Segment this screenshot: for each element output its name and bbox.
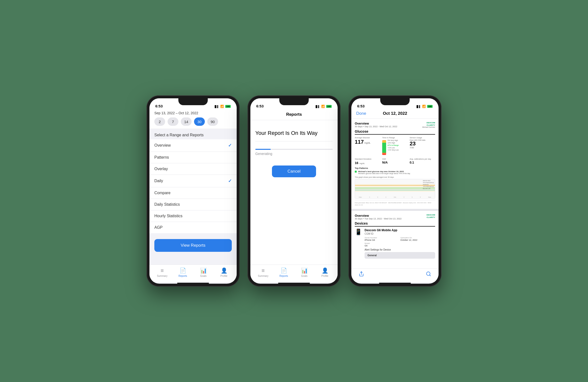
done-button[interactable]: Done [356, 111, 366, 116]
signal-icon-1: ▐▌▌ [214, 105, 219, 108]
report-item-compare[interactable]: Compare [149, 187, 237, 199]
overview-2-left: Overview 30 days • Tue Sep 13, 2022 - We… [355, 214, 401, 220]
graph-caption: This graph shows your data averaged over… [355, 176, 435, 178]
svg-line-2 [429, 275, 430, 276]
tir-low-label: +1% Low [388, 147, 399, 149]
tir-low-segment [382, 153, 386, 155]
battery-1: 100 [225, 105, 231, 108]
report-label-overview: Overview [154, 143, 171, 148]
avg-cal-stat: Avg. calibrations per day 0.1 [410, 158, 435, 165]
goals-icon-2: 📊 [301, 268, 308, 274]
reports-label-1: Reports [178, 275, 187, 277]
check-overview: ✓ [228, 143, 232, 148]
tir-high-segment [382, 141, 386, 143]
tir-labels: 5% Very High 22% High 67% In Range +1% L… [388, 139, 399, 151]
day-btn-90[interactable]: 90 [207, 117, 218, 126]
report-item-patterns[interactable]: Patterns [149, 152, 237, 163]
tab-reports-1[interactable]: 📄 Reports [175, 268, 190, 277]
uploaded-col: Uploaded On October 12, 2022 [400, 237, 435, 241]
tab-summary-1[interactable]: ≡ Summary [155, 268, 169, 277]
x-label-12am: 12am [359, 196, 362, 198]
tir-very-low-label: +1% Very Low [388, 149, 399, 151]
glucose-stats-grid: Average Glucose 117 mg/dL Time in Range [355, 136, 435, 156]
report-item-overlay[interactable]: Overlay [149, 163, 237, 175]
tab-reports-2[interactable]: 📄 Reports [276, 268, 291, 277]
sensor-usage-label: Sensor Usage [410, 136, 435, 139]
patient-name-1: Michael Kummer [422, 126, 435, 128]
p1-header: Sep 13, 2022 – Oct 12, 2022 2 7 14 30 90 [149, 109, 237, 129]
report-item-agp[interactable]: AGP [149, 222, 237, 233]
report-page-2-header: Overview 30 days • Tue Sep 13, 2022 - We… [355, 214, 435, 220]
legend-avg: AVERAGE [423, 184, 434, 186]
x-label-3: 3 [369, 196, 370, 198]
summary-icon-2: ≡ [262, 268, 265, 274]
progress-bar-fill [255, 149, 271, 150]
day-btn-14[interactable]: 14 [181, 117, 191, 126]
dexcom-logo-2: DEXCOMCLARITY [426, 214, 435, 219]
reports-label-2: Reports [279, 275, 288, 277]
avg-glucose-stat: Average Glucose 117 mg/dL [355, 136, 380, 156]
std-dev-stat: Standard Deviation 16 mg/dL [355, 158, 380, 165]
notch-3 [380, 98, 410, 105]
gmi-label: GMI [382, 158, 408, 160]
general-box: General [365, 252, 435, 259]
home-indicator-1 [177, 283, 209, 284]
time-in-range-stat: Time in Range 5% Very [382, 136, 408, 156]
battery-3: 100 [427, 105, 433, 108]
device-details: Dexcom G6 Mobile App CGM ID Serial Numbe… [365, 228, 435, 259]
serial-val: iPhone G6 [365, 239, 399, 241]
p3-bottom-bar [351, 269, 439, 282]
summary-icon-1: ≡ [161, 268, 164, 274]
overview-sub-date-2: 30 days • Tue Sep 13, 2022 - Wed Oct 13,… [355, 218, 401, 220]
tab-goals-1[interactable]: 📊 Goals [196, 268, 211, 277]
report-label-overlay: Overlay [154, 167, 168, 171]
devices-section-title: Devices [355, 221, 435, 226]
legend-5th: +5TH PERCENTILE [423, 186, 434, 188]
phone-1-screen: 6:53 ▐▌▌ 📶 100 Sep 13, 2022 – Oct 12, 20… [149, 98, 237, 284]
report-item-daily[interactable]: Daily ✓ [149, 175, 237, 187]
wifi-icon-1: 📶 [220, 105, 224, 108]
tab-profile-1[interactable]: 👤 Profile [217, 268, 231, 277]
tab-summary-2[interactable]: ≡ Summary [256, 268, 271, 277]
report-label-hourly-stats: Hourly Statistics [154, 214, 183, 218]
serial-label: Serial Number [365, 237, 399, 239]
wifi-icon-3: 📶 [422, 105, 426, 108]
tab-profile-2[interactable]: 👤 Profile [317, 268, 332, 277]
report-item-hourly-stats[interactable]: Hourly Statistics [149, 210, 237, 222]
report-item-daily-stats[interactable]: Daily Statistics [149, 199, 237, 210]
status-time-2: 6:53 [256, 104, 264, 108]
gmi-stat: GMI N/A [382, 158, 408, 165]
status-time-3: 6:53 [357, 104, 365, 108]
tir-in-range-label: 67% In Range [388, 144, 399, 147]
report-item-overview[interactable]: Overview ✓ [149, 139, 237, 152]
sensor-usage-val: 23 [410, 141, 435, 146]
legend-below-low: BELOW LOW [423, 188, 434, 190]
profile-icon-1: 👤 [221, 268, 227, 274]
tab-goals-2[interactable]: 📊 Goals [297, 268, 312, 277]
goals-label-2: Goals [301, 275, 308, 277]
report-label-agp: AGP [154, 225, 163, 230]
day-btn-2[interactable]: 2 [154, 117, 165, 126]
overview-header-left: Overview 30 days • Sep 13, 2022 - Wed Oc… [355, 122, 397, 128]
share-button[interactable] [359, 271, 364, 278]
reports-icon-2: 📄 [280, 268, 287, 274]
cancel-button[interactable]: Cancel [272, 165, 316, 177]
view-reports-button[interactable]: View Reports [154, 239, 232, 252]
x-label-6b: 6 [412, 196, 413, 198]
day-btn-7[interactable]: 7 [168, 117, 178, 126]
device-name: Dexcom G6 Mobile App [365, 228, 435, 232]
section-header: Select a Range and Reports [149, 129, 237, 139]
std-dev-label: Standard Deviation [355, 158, 380, 160]
sending-title: Your Report Is On Its Way [255, 130, 333, 141]
glucose-row2: Standard Deviation 16 mg/dL GMI N/A Avg.… [355, 158, 435, 165]
std-dev-unit: mg/dL [359, 162, 365, 164]
phone-1: 6:53 ▐▌▌ 📶 100 Sep 13, 2022 – Oct 12, 20… [147, 95, 240, 287]
day-btn-30[interactable]: 30 [194, 117, 205, 126]
search-button[interactable] [426, 271, 431, 278]
profile-icon-2: 👤 [322, 268, 328, 274]
tir-very-low-segment [382, 154, 386, 155]
signal-icon-2: ▐▌▌ [315, 105, 320, 108]
tir-bar [382, 140, 386, 155]
date-range: Sep 13, 2022 – Oct 12, 2022 [154, 111, 232, 115]
p3-content[interactable]: Overview 30 days • Sep 13, 2022 - Wed Oc… [351, 119, 439, 269]
